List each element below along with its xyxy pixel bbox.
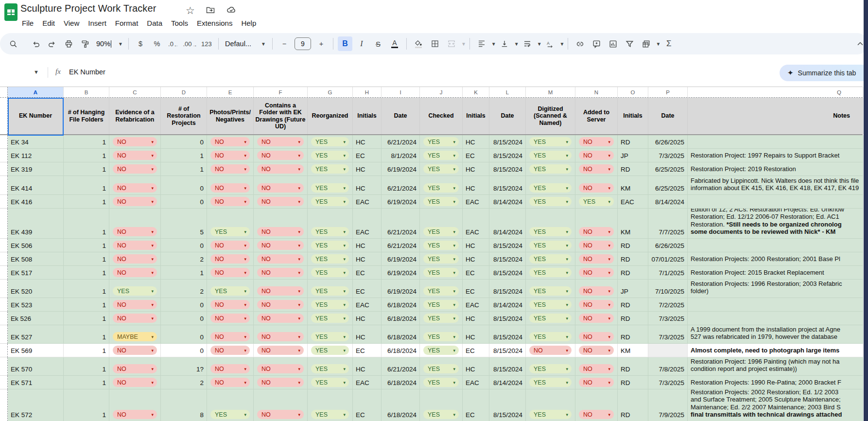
dropdown-chip[interactable]: YES▾ (311, 183, 349, 193)
dropdown-chip[interactable]: NO▾ (210, 378, 250, 387)
document-title[interactable]: Sculpture Project Work Tracker (20, 3, 156, 14)
cell-L[interactable]: 8/15/2024 (489, 312, 526, 325)
print-icon[interactable] (61, 36, 76, 51)
dropdown-chip[interactable]: YES▾ (311, 164, 349, 174)
cell-L[interactable]: 8/15/2024 (489, 266, 526, 280)
cell-I[interactable]: 6/18/2024 (382, 312, 420, 325)
cell-O[interactable]: RD (618, 162, 648, 176)
cell-K[interactable]: HC (463, 176, 489, 195)
dropdown-chip[interactable]: YES▾ (529, 314, 572, 323)
cell-B[interactable]: 1 (64, 195, 109, 209)
format-currency-icon[interactable]: $ (133, 36, 148, 51)
header-cell-K[interactable]: Initials (463, 98, 489, 134)
dropdown-chip[interactable]: NO▾ (257, 197, 304, 206)
menu-view[interactable]: View (59, 18, 84, 29)
cell-D[interactable]: 0 (161, 298, 207, 312)
dropdown-chip[interactable]: YES▾ (423, 346, 459, 355)
cell-K[interactable]: EC (463, 389, 489, 421)
cell-Q[interactable]: Restoration Project: 1997 Repairs to Sup… (688, 149, 863, 162)
cell-L[interactable]: 8/15/2024 (489, 149, 526, 162)
cell-A[interactable]: EK 416 (8, 195, 64, 209)
decrease-decimal-icon[interactable]: .0← (166, 36, 181, 51)
dropdown-chip[interactable]: NO▾ (210, 164, 250, 174)
dropdown-chip[interactable]: YES▾ (423, 286, 459, 296)
text-rotation-icon[interactable]: A (543, 36, 557, 51)
cell-L[interactable]: 8/15/2024 (489, 176, 526, 195)
dropdown-chip[interactable]: NO▾ (579, 314, 614, 323)
header-cell-M[interactable]: Digitized (Scanned & Named) (526, 98, 575, 134)
cell-O[interactable]: RD (618, 357, 648, 376)
name-box[interactable]: ▼ (0, 65, 46, 79)
menu-file[interactable]: File (17, 18, 38, 29)
cell-I[interactable]: 6/19/2024 (382, 162, 420, 176)
horizontal-align-caret[interactable]: ▼ (491, 41, 496, 47)
cell-L[interactable]: 8/15/2024 (489, 325, 526, 344)
font-size-input[interactable]: 9 (295, 37, 311, 50)
cell-H[interactable]: EC (353, 344, 382, 357)
dropdown-chip[interactable]: YES▾ (311, 286, 349, 296)
dropdown-chip[interactable]: NO▾ (210, 183, 250, 193)
dropdown-chip[interactable]: NO▾ (210, 332, 250, 341)
cell-I[interactable]: 6/19/2024 (382, 266, 420, 280)
cell-P[interactable]: 7/1/2025 (648, 266, 688, 280)
cell-K[interactable]: HC (463, 252, 489, 266)
redo-icon[interactable] (45, 36, 59, 51)
dropdown-chip[interactable]: MAYBE▾ (113, 332, 157, 341)
dropdown-chip[interactable]: NO▾ (113, 241, 157, 250)
cell-K[interactable]: EC (463, 149, 489, 162)
cell-P[interactable]: 6/25/2025 (648, 162, 688, 176)
cell-L[interactable]: 8/15/2024 (489, 252, 526, 266)
cell-I[interactable]: 6/18/2024 (382, 389, 420, 421)
cell-D[interactable]: 1 (161, 149, 207, 162)
cell-I[interactable]: 6/21/2024 (382, 176, 420, 195)
dropdown-chip[interactable]: YES▾ (423, 268, 459, 277)
cell-D[interactable]: 0 (161, 344, 207, 357)
cell-A[interactable]: EK 517 (8, 266, 64, 280)
create-filter-icon[interactable] (622, 36, 637, 51)
cell-O[interactable]: KM (618, 344, 648, 357)
header-cell-A[interactable]: EK Number (8, 98, 64, 134)
cell-Q[interactable]: Edition of 12, 2 ACs. Restoration Projec… (688, 209, 863, 239)
dropdown-chip[interactable]: YES▾ (423, 254, 459, 263)
cell-P[interactable]: 7/3/2025 (648, 312, 688, 325)
column-A-letter[interactable]: A (8, 87, 64, 97)
cell-O[interactable]: JP (618, 280, 648, 298)
cell-O[interactable]: RD (618, 389, 648, 421)
cell-D[interactable]: 0 (161, 325, 207, 344)
cell-K[interactable]: HC (463, 135, 489, 149)
cell-B[interactable]: 1 (64, 176, 109, 195)
dropdown-chip[interactable]: YES▾ (423, 332, 459, 341)
cell-A[interactable]: EK 112 (8, 149, 64, 162)
cell-A[interactable]: EK 414 (8, 176, 64, 195)
header-cell-E[interactable]: Photos/Prints/ Negatives (207, 98, 254, 134)
column-M-letter[interactable]: M (526, 87, 575, 97)
dropdown-chip[interactable]: NO▾ (257, 332, 304, 341)
dropdown-chip[interactable]: YES▾ (529, 151, 572, 160)
dropdown-chip[interactable]: NO▾ (113, 364, 157, 373)
cell-I[interactable]: 6/21/2024 (382, 209, 420, 239)
cell-P[interactable]: 7/3/2025 (648, 376, 688, 389)
cell-B[interactable]: 1 (64, 149, 109, 162)
dropdown-chip[interactable]: NO▾ (113, 137, 157, 146)
dropdown-chip[interactable]: YES▾ (311, 332, 349, 341)
search-menus-icon[interactable] (6, 36, 20, 51)
header-cell-D[interactable]: # of Restoration Projects (161, 98, 207, 134)
dropdown-chip[interactable]: NO▾ (257, 300, 304, 309)
cell-K[interactable]: EAC (463, 209, 489, 239)
column-J-letter[interactable]: J (420, 87, 463, 97)
dropdown-chip[interactable]: NO▾ (257, 254, 304, 263)
move-to-folder-icon[interactable] (206, 5, 215, 17)
insert-link-icon[interactable] (573, 36, 587, 51)
dropdown-chip[interactable]: NO▾ (210, 300, 250, 309)
horizontal-align-icon[interactable] (474, 36, 489, 51)
menu-data[interactable]: Data (142, 18, 167, 29)
cell-L[interactable]: 8/15/2024 (489, 357, 526, 376)
dropdown-chip[interactable]: YES▾ (311, 254, 349, 263)
cell-L[interactable]: 8/15/2024 (489, 162, 526, 176)
star-icon[interactable]: ☆ (186, 5, 195, 16)
cell-K[interactable]: EAC (463, 298, 489, 312)
dropdown-chip[interactable]: YES▾ (529, 364, 572, 373)
cell-D[interactable]: 0 (161, 312, 207, 325)
dropdown-chip[interactable]: NO▾ (579, 364, 614, 373)
column-L-letter[interactable]: L (489, 87, 526, 97)
